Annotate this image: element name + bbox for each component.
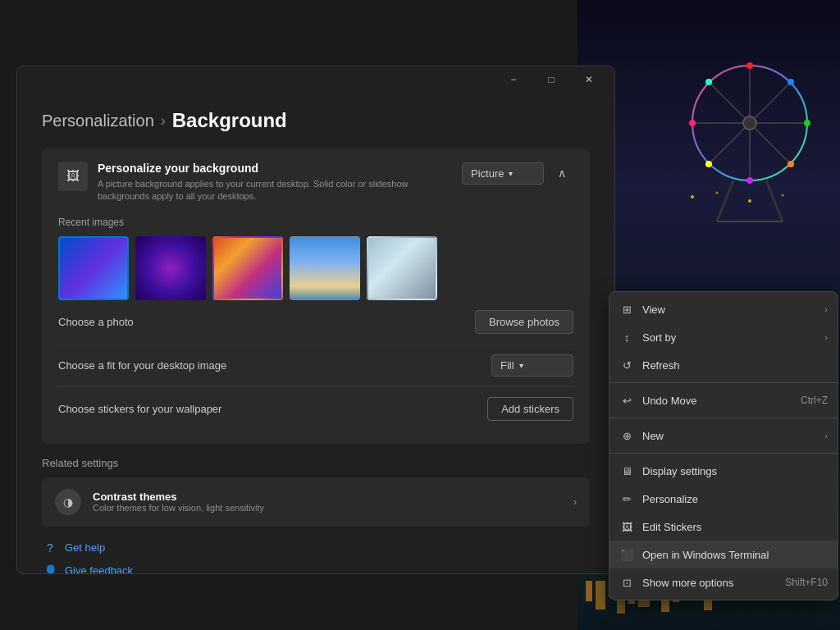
menu-divider-1 [609, 382, 838, 383]
menu-item-view[interactable]: ⊞ View › [609, 295, 838, 323]
breadcrumb-separator: › [161, 112, 166, 130]
settings-window: − □ ✕ Personalization › Background 🖼 Per… [16, 66, 615, 574]
footer-links: ? Get help 👤 Give feedback [42, 540, 590, 573]
svg-point-3 [782, 194, 784, 197]
show-more-shortcut: Shift+F10 [785, 577, 828, 588]
breadcrumb-parent[interactable]: Personalization [42, 112, 154, 130]
fit-dropdown[interactable]: Fill ▾ [491, 354, 573, 377]
svg-point-18 [705, 79, 712, 85]
contrast-themes-item[interactable]: ◑ Contrast themes Color themes for low v… [42, 477, 590, 527]
background-type-dropdown[interactable]: Picture ▾ [462, 162, 544, 185]
menu-item-new[interactable]: ⊕ New › [609, 422, 838, 450]
refresh-label: Refresh [642, 359, 828, 372]
dropdown-chevron: ▾ [509, 169, 513, 178]
fit-value: Fill [500, 359, 514, 372]
new-icon: ⊕ [619, 428, 634, 443]
choose-photo-row: Choose a photo Browse photos [58, 300, 573, 345]
undo-shortcut: Ctrl+Z [801, 395, 828, 406]
menu-divider-2 [609, 418, 838, 418]
refresh-icon: ↺ [619, 358, 634, 372]
add-stickers-button[interactable]: Add stickers [487, 397, 573, 421]
menu-item-edit-stickers[interactable]: 🖼 Edit Stickers [609, 513, 838, 541]
menu-item-open-terminal[interactable]: ⬛ Open in Windows Terminal [609, 541, 838, 568]
choose-fit-label: Choose a fit for your desktop image [58, 359, 226, 372]
image-thumb-2[interactable] [135, 236, 206, 300]
menu-item-undo-move[interactable]: ↩ Undo Move Ctrl+Z [609, 386, 838, 414]
sort-label: Sort by [642, 331, 816, 344]
svg-point-10 [743, 116, 756, 130]
menu-item-sort-by[interactable]: ↕ Sort by › [609, 323, 838, 351]
collapse-button[interactable]: ∧ [550, 162, 573, 185]
menu-item-refresh[interactable]: ↺ Refresh [609, 351, 838, 379]
recent-images-label: Recent images [58, 217, 573, 228]
view-arrow: › [824, 304, 828, 314]
new-label: New [642, 430, 816, 442]
new-arrow: › [824, 431, 828, 441]
ferris-wheel-illustration [651, 49, 815, 230]
recent-images-section: Recent images [58, 217, 573, 300]
menu-item-personalize[interactable]: ✏ Personalize [609, 485, 838, 513]
section-title: Personalize your background [98, 162, 462, 175]
svg-point-1 [716, 192, 719, 194]
image-thumb-1[interactable] [58, 236, 129, 300]
image-thumb-5[interactable] [367, 236, 437, 300]
personalize-icon: ✏ [619, 491, 634, 506]
dropdown-value: Picture [471, 167, 504, 180]
svg-point-14 [788, 161, 794, 167]
image-thumb-3[interactable] [212, 236, 283, 300]
image-thumb-4[interactable] [290, 236, 360, 300]
close-button[interactable]: ✕ [570, 66, 608, 93]
svg-point-16 [705, 161, 712, 167]
minimize-button[interactable]: − [495, 66, 532, 93]
svg-point-11 [746, 62, 753, 69]
undo-label: Undo Move [642, 395, 792, 407]
images-grid [58, 236, 573, 300]
section-description: A picture background applies to your cur… [98, 178, 462, 203]
menu-item-show-more[interactable]: ⊡ Show more options Shift+F10 [609, 568, 838, 596]
sort-arrow: › [824, 332, 828, 342]
get-help-link[interactable]: ? Get help [42, 540, 590, 556]
choose-photo-label: Choose a photo [58, 316, 134, 328]
svg-line-19 [717, 180, 733, 221]
background-section-icon: 🖼 [58, 162, 88, 191]
related-settings-section: Related settings ◑ Contrast themes Color… [42, 457, 590, 527]
related-settings-title: Related settings [42, 457, 590, 469]
title-bar: − □ ✕ [17, 66, 614, 93]
browse-photos-button[interactable]: Browse photos [475, 310, 573, 334]
show-more-label: Show more options [642, 577, 777, 589]
svg-point-15 [746, 177, 753, 184]
get-help-icon: ? [42, 540, 58, 556]
background-section-card: 🖼 Personalize your background A picture … [42, 148, 590, 444]
menu-divider-3 [609, 453, 838, 454]
svg-point-13 [804, 120, 810, 126]
display-settings-label: Display settings [642, 465, 828, 477]
get-help-label: Get help [65, 541, 105, 554]
choose-fit-row: Choose a fit for your desktop image Fill… [58, 345, 573, 387]
svg-point-12 [788, 79, 794, 85]
window-content: Personalization › Background 🖼 Personali… [17, 93, 614, 573]
svg-point-2 [748, 199, 751, 203]
edit-stickers-icon: 🖼 [619, 519, 634, 534]
menu-item-display-settings[interactable]: 🖥 Display settings [609, 457, 838, 485]
contrast-themes-desc: Color themes for low vision, light sensi… [93, 503, 562, 513]
view-icon: ⊞ [619, 302, 634, 317]
contrast-themes-chevron: › [573, 496, 577, 508]
open-terminal-label: Open in Windows Terminal [642, 549, 828, 561]
svg-point-17 [689, 120, 696, 126]
give-feedback-label: Give feedback [65, 564, 133, 573]
contrast-themes-icon: ◑ [55, 489, 81, 515]
undo-icon: ↩ [619, 393, 634, 408]
breadcrumb-current: Background [172, 109, 287, 132]
contrast-themes-title: Contrast themes [93, 491, 562, 503]
choose-stickers-row: Choose stickers for your wallpaper Add s… [58, 387, 573, 431]
breadcrumb: Personalization › Background [42, 109, 590, 132]
choose-stickers-label: Choose stickers for your wallpaper [58, 403, 221, 415]
maximize-button[interactable]: □ [532, 66, 570, 93]
personalize-label: Personalize [642, 493, 828, 505]
give-feedback-link[interactable]: 👤 Give feedback [42, 563, 590, 573]
contrast-themes-text: Contrast themes Color themes for low vis… [93, 491, 562, 513]
section-header-row: 🖼 Personalize your background A picture … [58, 162, 462, 203]
context-menu: ⊞ View › ↕ Sort by › ↺ Refresh ↩ Undo Mo… [609, 291, 838, 600]
svg-point-0 [691, 195, 694, 199]
open-terminal-icon: ⬛ [619, 547, 634, 562]
